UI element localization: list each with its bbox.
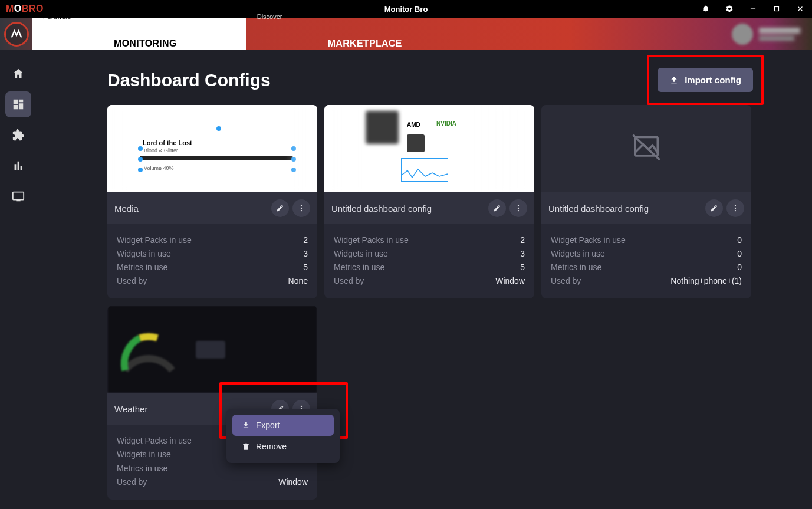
card-title: Media — [114, 203, 139, 214]
label-widgets: Widgets in use — [117, 247, 171, 261]
edit-button[interactable] — [488, 199, 506, 217]
svg-point-7 — [518, 205, 519, 206]
svg-point-9 — [518, 210, 519, 211]
val-widget-packs: 2 — [520, 234, 525, 247]
config-card-weather: Weather Widget Packs in use Widgets in u… — [107, 306, 317, 499]
svg-rect-1 — [775, 7, 779, 11]
label-widget-packs: Widget Packs in use — [551, 234, 626, 247]
val-metrics: 5 — [303, 261, 308, 274]
svg-point-6 — [301, 210, 302, 211]
card-preview[interactable] — [107, 306, 317, 393]
pencil-icon — [710, 204, 718, 212]
more-button[interactable] — [726, 199, 744, 217]
config-card-media: Lord of the Lost Blood & Glitter Volume … — [107, 105, 317, 298]
menu-export[interactable]: Export — [232, 415, 334, 436]
label-used-by: Used by — [551, 274, 581, 288]
label-widget-packs: Widget Packs in use — [334, 234, 409, 247]
config-card-untitled-1: AMD NVIDIA Untitled dashboard config — [324, 105, 534, 298]
label-used-by: Used by — [334, 274, 364, 288]
dots-vertical-icon — [731, 204, 739, 212]
main-area: Dashboard Configs Import config Lord of … — [37, 50, 812, 509]
upload-icon — [669, 75, 679, 85]
label-metrics: Metrics in use — [117, 462, 167, 475]
label-metrics: Metrics in use — [551, 261, 601, 274]
label-widget-packs: Widget Packs in use — [117, 234, 192, 247]
card-preview[interactable]: Lord of the Lost Blood & Glitter Volume … — [107, 105, 317, 192]
val-used-by: Window — [495, 274, 525, 288]
val-used-by: Nothing+phone+(1) — [670, 274, 742, 288]
label-widgets: Widgets in use — [551, 247, 605, 261]
more-button[interactable] — [292, 199, 310, 217]
download-icon — [242, 421, 250, 429]
gear-icon[interactable] — [718, 0, 741, 18]
preview-track-title: Lord of the Lost — [143, 139, 192, 146]
close-button[interactable] — [788, 0, 812, 18]
sidebar-display[interactable] — [5, 183, 31, 209]
user-account[interactable] — [726, 18, 806, 50]
val-metrics: 5 — [520, 261, 525, 274]
preview-brand-nv: NVIDIA — [436, 120, 456, 127]
tab-marketplace[interactable]: Discover MARKETPLACE — [246, 18, 472, 50]
val-used-by: Window — [278, 475, 308, 489]
svg-point-4 — [301, 205, 302, 206]
window-title: Monitor Bro — [384, 5, 428, 14]
config-card-untitled-2: Untitled dashboard config Widget Packs i… — [541, 105, 751, 298]
val-metrics: 0 — [737, 261, 742, 274]
label-widgets: Widgets in use — [117, 448, 171, 461]
tab-sub: Discover — [257, 14, 461, 20]
val-used-by: None — [288, 274, 308, 288]
more-button[interactable] — [509, 199, 527, 217]
menu-export-label: Export — [256, 421, 280, 430]
label-widgets: Widgets in use — [334, 247, 388, 261]
sidebar — [0, 50, 37, 509]
import-config-button[interactable]: Import config — [658, 68, 753, 92]
minimize-button[interactable] — [741, 0, 765, 18]
page-title: Dashboard Configs — [107, 70, 271, 90]
val-widget-packs: 0 — [737, 234, 742, 247]
svg-point-5 — [301, 208, 302, 209]
trash-icon — [242, 442, 250, 451]
sidebar-dashboards[interactable] — [5, 91, 31, 117]
label-used-by: Used by — [117, 475, 147, 489]
card-preview[interactable] — [541, 105, 751, 192]
card-title: Untitled dashboard config — [548, 203, 649, 214]
card-context-menu: Export Remove — [226, 409, 340, 463]
sidebar-stats[interactable] — [5, 153, 31, 179]
avatar — [732, 24, 753, 45]
app-logo: MOBRO — [0, 4, 44, 14]
dots-vertical-icon — [297, 204, 305, 212]
user-name-blur — [759, 28, 800, 41]
svg-point-8 — [518, 208, 519, 209]
label-used-by: Used by — [117, 274, 147, 288]
val-widgets: 3 — [520, 247, 525, 261]
card-preview[interactable]: AMD NVIDIA — [324, 105, 534, 192]
maximize-button[interactable] — [765, 0, 788, 18]
pencil-icon — [493, 204, 501, 212]
svg-point-12 — [735, 205, 736, 206]
edit-button[interactable] — [271, 199, 289, 217]
bell-icon[interactable] — [694, 0, 718, 18]
sidebar-plugins[interactable] — [5, 122, 31, 148]
val-widgets: 3 — [303, 247, 308, 261]
brand-badge[interactable] — [0, 18, 32, 50]
tab-sub: Hardware — [43, 14, 236, 20]
label-metrics: Metrics in use — [334, 261, 384, 274]
dots-vertical-icon — [514, 204, 522, 212]
card-title: Untitled dashboard config — [331, 203, 432, 214]
label-widget-packs: Widget Packs in use — [117, 434, 192, 448]
svg-point-14 — [735, 210, 736, 211]
menu-remove[interactable]: Remove — [232, 436, 334, 457]
svg-point-13 — [735, 208, 736, 209]
nav-ribbon: Hardware MONITORING Discover MARKETPLACE — [0, 18, 812, 50]
card-title: Weather — [114, 404, 147, 414]
menu-remove-label: Remove — [256, 442, 287, 451]
val-widgets: 0 — [737, 247, 742, 261]
no-image-icon — [630, 131, 663, 166]
preview-volume: Volume 40% — [144, 165, 174, 171]
tab-monitoring[interactable]: Hardware MONITORING — [32, 18, 246, 50]
edit-button[interactable] — [705, 199, 723, 217]
preview-track-sub: Blood & Glitter — [144, 147, 178, 153]
sidebar-home[interactable] — [5, 61, 31, 87]
cards-grid: Lord of the Lost Blood & Glitter Volume … — [107, 105, 753, 500]
svg-point-15 — [301, 406, 302, 407]
